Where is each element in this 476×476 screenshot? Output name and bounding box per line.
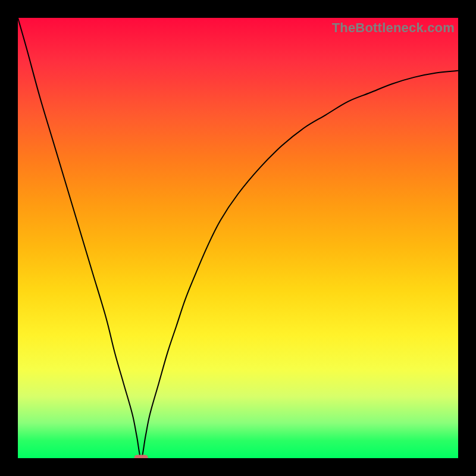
chart-container: TheBottleneck.com <box>0 0 476 476</box>
curve-svg <box>18 18 458 458</box>
plot-area: TheBottleneck.com <box>18 18 458 458</box>
bottleneck-curve <box>18 18 458 458</box>
minimum-marker <box>134 455 148 458</box>
